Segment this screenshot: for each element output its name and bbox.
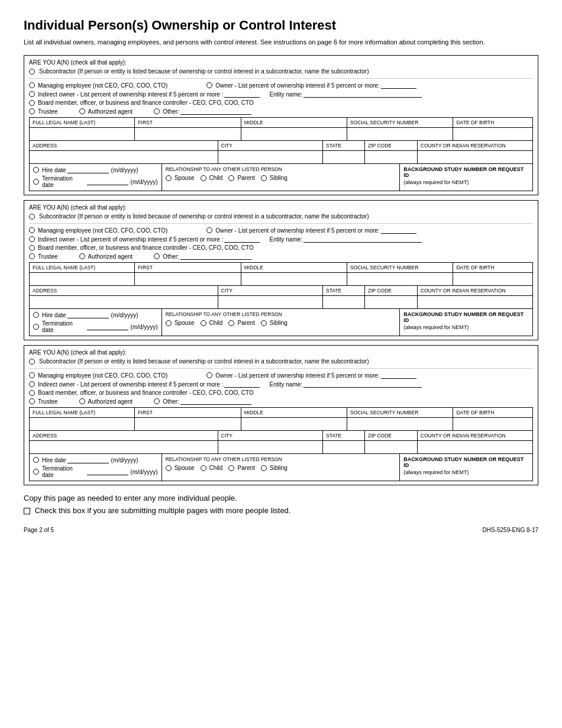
subcontractor-radio-2[interactable] xyxy=(29,214,35,220)
child-radio-1[interactable] xyxy=(201,175,206,181)
termination-date-radio-1[interactable] xyxy=(33,179,39,185)
dob-field-3[interactable] xyxy=(453,418,533,431)
spouse-radio-3[interactable] xyxy=(166,465,172,471)
board-member-label-2: Board member, officer, or business and f… xyxy=(38,244,254,251)
county-field-2[interactable] xyxy=(418,296,533,309)
city-field-2[interactable] xyxy=(218,296,324,309)
child-radio-2[interactable] xyxy=(201,320,206,326)
subcontractor-radio-3[interactable] xyxy=(29,359,35,365)
trustee-radio-1[interactable] xyxy=(29,108,35,114)
state-field-2[interactable] xyxy=(323,296,365,309)
authorized-agent-radio-1[interactable] xyxy=(79,108,85,114)
termination-date-radio-3[interactable] xyxy=(33,469,39,475)
page-number: Page 2 of 5 xyxy=(24,527,54,533)
spouse-radio-1[interactable] xyxy=(166,175,172,181)
spouse-radio-2[interactable] xyxy=(166,320,172,326)
first-name-field-1[interactable] xyxy=(135,128,241,141)
other-radio-1[interactable] xyxy=(154,108,160,114)
hire-date-field-3[interactable] xyxy=(67,456,109,463)
county-field-3[interactable] xyxy=(418,441,533,454)
authorized-agent-radio-2[interactable] xyxy=(79,253,85,259)
hire-date-radio-3[interactable] xyxy=(33,457,39,463)
first-name-field-2[interactable] xyxy=(135,273,241,286)
zip-field-2[interactable] xyxy=(365,296,418,309)
parent-radio-3[interactable] xyxy=(228,465,234,471)
authorized-agent-radio-3[interactable] xyxy=(79,398,85,404)
city-field-3[interactable] xyxy=(218,441,324,454)
board-member-radio-1[interactable] xyxy=(29,100,35,106)
background-section-2: BACKGROUND STUDY NUMBER OR REQUEST ID (a… xyxy=(400,309,532,336)
address-field-2[interactable] xyxy=(29,296,218,309)
termination-date-field-2[interactable] xyxy=(87,323,128,330)
state-field-3[interactable] xyxy=(323,441,365,454)
are-you-label-2: ARE YOU A(N) (check all that apply): xyxy=(29,204,533,211)
dob-field-1[interactable] xyxy=(453,128,533,141)
middle-field-1[interactable] xyxy=(241,128,347,141)
hire-date-radio-1[interactable] xyxy=(33,167,39,173)
managing-employee-radio-1[interactable] xyxy=(29,82,35,88)
trustee-radio-3[interactable] xyxy=(29,398,35,404)
sibling-radio-3[interactable] xyxy=(261,465,267,471)
ssn-field-1[interactable] xyxy=(347,128,453,141)
other-field-2[interactable] xyxy=(180,253,251,260)
parent-radio-2[interactable] xyxy=(228,320,234,326)
managing-employee-radio-2[interactable] xyxy=(29,227,35,233)
board-member-radio-3[interactable] xyxy=(29,390,35,396)
other-radio-2[interactable] xyxy=(154,253,160,259)
sibling-radio-1[interactable] xyxy=(261,175,267,181)
subcontractor-radio-1[interactable] xyxy=(29,69,35,75)
last-name-field-3[interactable] xyxy=(29,418,135,431)
last-name-field-1[interactable] xyxy=(29,128,135,141)
dob-field-2[interactable] xyxy=(453,273,533,286)
indirect-percent-field-1[interactable] xyxy=(224,91,260,98)
termination-date-field-3[interactable] xyxy=(87,468,128,475)
zip-field-3[interactable] xyxy=(365,441,418,454)
sibling-radio-2[interactable] xyxy=(261,320,267,326)
parent-radio-1[interactable] xyxy=(228,175,234,181)
state-field-1[interactable] xyxy=(323,151,365,164)
board-member-radio-2[interactable] xyxy=(29,245,35,251)
city-field-1[interactable] xyxy=(218,151,324,164)
first-name-field-3[interactable] xyxy=(135,418,241,431)
other-field-1[interactable] xyxy=(180,108,251,115)
termination-date-field-1[interactable] xyxy=(87,178,128,185)
entity-name-label-1: Entity name: xyxy=(269,91,302,98)
indirect-owner-radio-1[interactable] xyxy=(29,91,35,97)
entity-name-field-1[interactable] xyxy=(303,91,422,98)
address-field-1[interactable] xyxy=(29,151,218,164)
hire-date-field-1[interactable] xyxy=(67,166,109,173)
multiple-pages-checkbox[interactable] xyxy=(24,508,30,514)
background-subheader-3: (always required for NEMT) xyxy=(403,469,529,475)
middle-field-3[interactable] xyxy=(241,418,347,431)
owner-percent-field-3[interactable] xyxy=(381,372,416,379)
hire-date-radio-2[interactable] xyxy=(33,312,39,318)
indirect-owner-radio-2[interactable] xyxy=(29,236,35,242)
other-field-3[interactable] xyxy=(180,398,251,405)
trustee-label-3: Trustee xyxy=(38,398,58,405)
owner-percent-field-1[interactable] xyxy=(381,82,416,89)
termination-date-radio-2[interactable] xyxy=(33,324,39,330)
entity-name-field-2[interactable] xyxy=(303,236,422,243)
indirect-percent-field-3[interactable] xyxy=(224,381,260,388)
owner-percent-field-2[interactable] xyxy=(381,227,416,234)
trustee-radio-2[interactable] xyxy=(29,253,35,259)
managing-employee-label-1: Managing employee (not CEO, CFO, COO, CT… xyxy=(38,82,167,89)
address-field-3[interactable] xyxy=(29,441,218,454)
owner-radio-1[interactable] xyxy=(206,82,212,88)
indirect-percent-field-2[interactable] xyxy=(224,236,260,243)
owner-radio-3[interactable] xyxy=(206,372,212,378)
last-name-field-2[interactable] xyxy=(29,273,135,286)
child-radio-3[interactable] xyxy=(201,465,206,471)
ssn-field-3[interactable] xyxy=(347,418,453,431)
background-header-1: BACKGROUND STUDY NUMBER OR REQUEST ID xyxy=(403,166,529,178)
hire-date-field-2[interactable] xyxy=(67,311,109,318)
indirect-owner-radio-3[interactable] xyxy=(29,381,35,387)
managing-employee-radio-3[interactable] xyxy=(29,372,35,378)
owner-radio-2[interactable] xyxy=(206,227,212,233)
zip-field-1[interactable] xyxy=(365,151,418,164)
entity-name-field-3[interactable] xyxy=(303,381,422,388)
county-field-1[interactable] xyxy=(418,151,533,164)
middle-field-2[interactable] xyxy=(241,273,347,286)
ssn-field-2[interactable] xyxy=(347,273,453,286)
other-radio-3[interactable] xyxy=(154,398,160,404)
